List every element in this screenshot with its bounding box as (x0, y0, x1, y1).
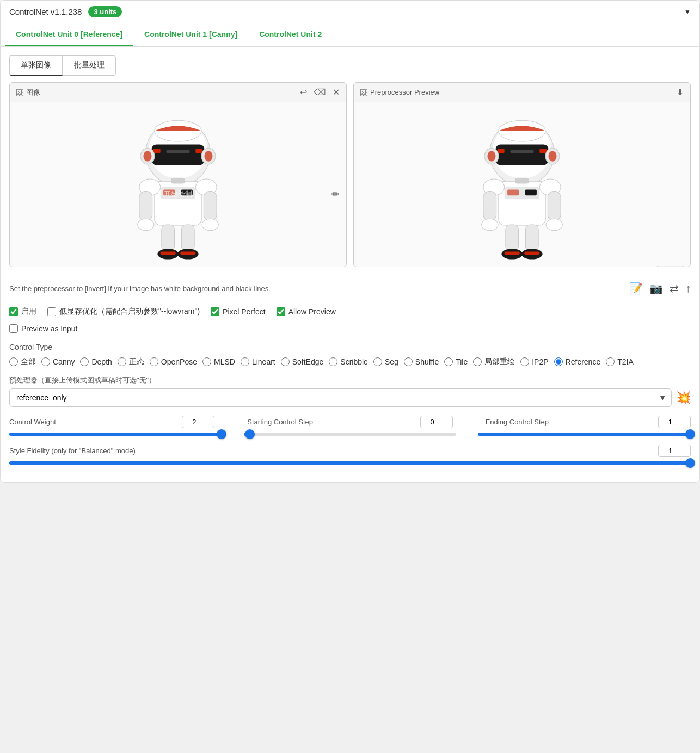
radio-lineart[interactable]: Lineart (241, 357, 275, 367)
right-panel-actions: ⬇ (676, 86, 685, 98)
radio-mlsd-input[interactable] (202, 357, 211, 366)
control-weight-thumb[interactable] (217, 429, 226, 439)
svg-rect-14 (181, 189, 193, 195)
radio-depth[interactable]: Depth (80, 357, 112, 367)
control-weight-track[interactable] (9, 433, 222, 436)
radio-scribble-input[interactable] (329, 357, 337, 366)
radio-all[interactable]: 全部 (9, 357, 36, 367)
pixel-perfect-input[interactable] (211, 307, 219, 316)
svg-rect-33 (510, 150, 533, 153)
preview-as-input-input[interactable] (9, 324, 18, 333)
info-bar: Set the preprocessor to [invert] If your… (9, 276, 691, 300)
radio-all-input[interactable] (9, 357, 18, 366)
radio-reference[interactable]: Reference (554, 357, 601, 367)
style-fidelity-track[interactable] (9, 461, 691, 465)
radio-shuffle-input[interactable] (404, 357, 413, 366)
right-panel-header: 🖼 Preprocessor Preview ⬇ (354, 83, 690, 102)
radio-t2ia-input[interactable] (606, 357, 615, 366)
image-panels: 🖼 图像 ↩ ⌫ ✕ (9, 82, 691, 267)
radio-normal[interactable]: 正态 (118, 357, 144, 367)
radio-tile[interactable]: Tile (444, 357, 468, 367)
right-panel-label: Preprocessor Preview (370, 88, 439, 96)
svg-rect-4 (195, 149, 202, 153)
radio-tile-input[interactable] (444, 357, 453, 366)
low-vram-input[interactable] (47, 307, 56, 316)
svg-rect-22 (181, 225, 194, 251)
preprocessor-row: reference_only reference_adain reference… (9, 388, 691, 407)
ending-step-value[interactable] (658, 416, 691, 428)
radio-reference-input[interactable] (554, 357, 563, 366)
main-content: 单张图像 批量处理 🖼 图像 ↩ ⌫ ✕ (1, 47, 699, 482)
radio-lineart-input[interactable] (241, 357, 249, 366)
preprocessor-label: 预处理器（直接上传模式图或草稿时可选"无"） (9, 375, 691, 385)
radio-seg[interactable]: Seg (373, 357, 398, 367)
dropdown-arrow-icon[interactable]: ▼ (684, 8, 691, 16)
sub-tab-single[interactable]: 单张图像 (9, 55, 63, 76)
enable-input[interactable] (9, 307, 18, 316)
radio-openpose-input[interactable] (150, 357, 158, 366)
control-weight-value[interactable] (182, 416, 214, 428)
preprocessor-select[interactable]: reference_only reference_adain reference… (9, 388, 672, 407)
radio-canny[interactable]: Canny (41, 357, 75, 367)
radio-inpaint-input[interactable] (473, 357, 482, 366)
close-panel-button[interactable]: ✕ (331, 86, 341, 98)
svg-rect-17 (139, 192, 152, 221)
radio-ip2p-input[interactable] (520, 357, 529, 366)
svg-rect-49 (506, 225, 519, 251)
swap-icon[interactable]: ⇄ (670, 282, 679, 295)
radio-depth-input[interactable] (80, 357, 89, 366)
starting-step-group: Starting Control Step (247, 416, 452, 428)
radio-inpaint[interactable]: 局部重绘 (473, 357, 515, 367)
radio-openpose[interactable]: OpenPose (150, 357, 197, 367)
ending-step-thumb[interactable] (685, 429, 695, 439)
radio-softedge[interactable]: SoftEdge (281, 357, 324, 367)
style-fidelity-label: Style Fidelity (only for "Balanced" mode… (9, 447, 136, 455)
radio-t2ia[interactable]: T2IA (606, 357, 634, 367)
upload-icon[interactable]: ↑ (685, 282, 691, 295)
style-fidelity-value[interactable] (658, 445, 691, 457)
allow-preview-checkbox[interactable]: Allow Preview (277, 307, 336, 316)
preview-icon: 🖼 (359, 88, 367, 97)
allow-preview-input[interactable] (277, 307, 285, 316)
starting-step-thumb[interactable] (245, 429, 255, 439)
radio-seg-input[interactable] (373, 357, 382, 366)
preview-as-input-checkbox[interactable]: Preview as Input (9, 324, 78, 333)
erase-button[interactable]: ⌫ (312, 86, 327, 98)
style-fidelity-thumb[interactable] (685, 458, 695, 468)
radio-ip2p[interactable]: IP2P (520, 357, 548, 367)
pixel-perfect-checkbox[interactable]: Pixel Perfect (211, 307, 266, 316)
camera-icon[interactable]: 📷 (649, 282, 663, 295)
left-panel-label: 图像 (26, 88, 40, 97)
starting-step-value[interactable] (420, 416, 453, 428)
radio-softedge-input[interactable] (281, 357, 290, 366)
low-vram-checkbox[interactable]: 低显存优化（需配合启动参数"--lowvram") (47, 307, 200, 317)
svg-rect-41 (507, 189, 519, 195)
tab-unit1[interactable]: ControlNet Unit 1 [Canny] (133, 23, 248, 46)
close-preview-button[interactable]: 关闭 (656, 266, 685, 267)
undo-button[interactable]: ↩ (299, 86, 308, 98)
radio-normal-input[interactable] (118, 357, 126, 366)
tab-unit2[interactable]: ControlNet Unit 2 (248, 23, 333, 46)
info-text: Set the preprocessor to [invert] If your… (9, 285, 621, 293)
radio-shuffle[interactable]: Shuffle (404, 357, 439, 367)
app-container: ControlNet v1.1.238 3 units ▼ ControlNet… (0, 0, 700, 483)
radio-mlsd[interactable]: MLSD (202, 357, 235, 367)
units-badge: 3 units (88, 6, 122, 17)
radio-canny-input[interactable] (41, 357, 50, 366)
ending-step-track[interactable] (478, 433, 691, 436)
left-image-area[interactable]: 开始绘制 ✏ (10, 102, 346, 267)
tab-unit0[interactable]: ControlNet Unit 0 [Reference] (5, 23, 133, 46)
radio-scribble[interactable]: Scribble (329, 357, 368, 367)
slider-tracks-row (9, 433, 691, 436)
edit-icon[interactable]: 📝 (629, 282, 643, 295)
svg-point-10 (204, 151, 212, 161)
svg-rect-26 (180, 252, 195, 255)
starting-step-track[interactable] (244, 433, 457, 436)
enable-checkbox[interactable]: 启用 (9, 307, 36, 317)
svg-rect-18 (204, 192, 217, 221)
sub-tab-batch[interactable]: 批量处理 (63, 55, 116, 76)
edit-button[interactable]: ✏ (330, 187, 341, 201)
magic-button[interactable]: 💥 (676, 391, 691, 405)
main-tabs: ControlNet Unit 0 [Reference] ControlNet… (1, 23, 699, 47)
download-button[interactable]: ⬇ (676, 86, 685, 98)
